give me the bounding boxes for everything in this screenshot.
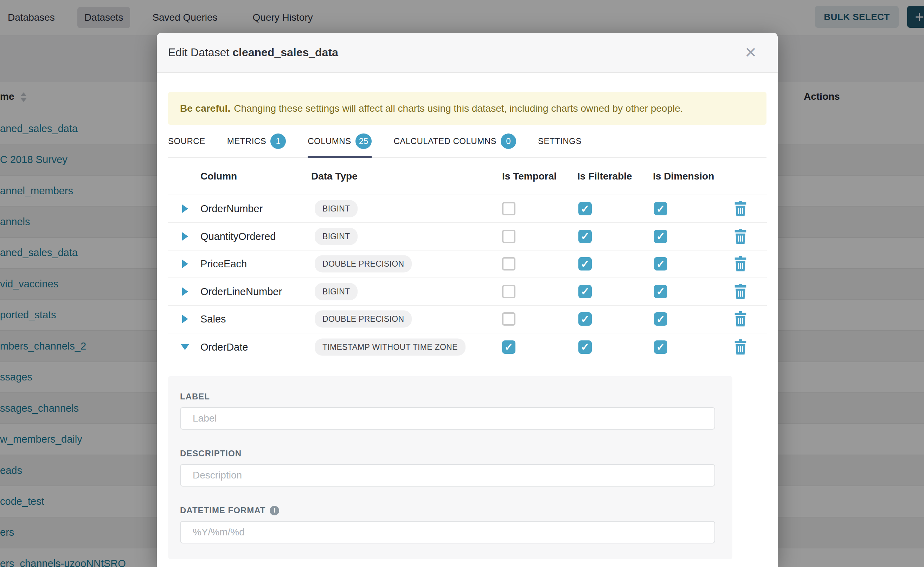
datetime-format-input[interactable] xyxy=(180,521,715,543)
is-temporal-checkbox[interactable] xyxy=(502,230,515,243)
tab-label: COLUMNS xyxy=(308,136,351,146)
data-type-pill: BIGINT xyxy=(315,228,358,245)
table-row: Sales DOUBLE PRECISION ✓ ✓ xyxy=(168,306,767,333)
header-data-type: Data Type xyxy=(311,171,358,182)
tab[interactable]: CALCULATED COLUMNS 0 xyxy=(393,125,516,158)
table-row: QuantityOrdered BIGINT ✓ ✓ xyxy=(168,223,767,251)
modal-header: Edit Dataset cleaned_sales_data ✕ xyxy=(157,33,778,73)
expand-caret-icon[interactable] xyxy=(182,287,188,296)
is-temporal-checkbox[interactable] xyxy=(502,285,515,298)
column-name: OrderNumber xyxy=(200,203,263,214)
description-field-label: DESCRIPTION xyxy=(180,448,721,459)
modal-tabs: SOURCE METRICS 1 COLUMNS 25 CALCULATED C… xyxy=(168,125,766,158)
column-name: OrderLineNumber xyxy=(200,286,282,297)
tab[interactable]: COLUMNS 25 xyxy=(308,125,372,158)
warning-bold: Be careful. xyxy=(180,103,230,114)
delete-column-icon[interactable] xyxy=(733,256,748,272)
delete-column-icon[interactable] xyxy=(733,284,748,299)
columns-table: Column Data Type Is Temporal Is Filterab… xyxy=(168,158,767,361)
expand-caret-icon[interactable] xyxy=(182,315,188,323)
description-input[interactable] xyxy=(180,464,715,486)
data-type-pill: BIGINT xyxy=(315,200,358,218)
label-field-label-text: LABEL xyxy=(180,392,210,402)
columns-table-header: Column Data Type Is Temporal Is Filterab… xyxy=(168,158,767,195)
modal-title: Edit Dataset cleaned_sales_data xyxy=(168,46,338,59)
header-is-temporal: Is Temporal xyxy=(502,171,557,182)
table-row: OrderDate TIMESTAMP WITHOUT TIME ZONE ✓ … xyxy=(168,333,767,361)
expand-caret-icon[interactable] xyxy=(182,232,188,241)
info-icon[interactable]: i xyxy=(270,506,279,515)
table-row: PriceEach DOUBLE PRECISION ✓ ✓ xyxy=(168,250,767,278)
header-column: Column xyxy=(200,171,237,182)
tab[interactable]: SOURCE xyxy=(168,125,205,158)
tab[interactable]: METRICS 1 xyxy=(227,125,286,158)
is-filterable-checkbox[interactable]: ✓ xyxy=(578,257,592,270)
warning-text: Changing these settings will affect all … xyxy=(234,103,683,114)
data-type-pill: DOUBLE PRECISION xyxy=(315,310,412,328)
screen: Databases Datasets Saved Queries Query H… xyxy=(0,0,924,567)
is-filterable-checkbox[interactable]: ✓ xyxy=(578,230,592,243)
is-temporal-checkbox[interactable]: ✓ xyxy=(502,340,515,354)
is-filterable-checkbox[interactable]: ✓ xyxy=(578,312,592,326)
tab-count-badge: 25 xyxy=(355,134,372,149)
delete-column-icon[interactable] xyxy=(733,339,748,355)
label-input[interactable] xyxy=(180,407,715,430)
edit-dataset-modal: Edit Dataset cleaned_sales_data ✕ Be car… xyxy=(157,33,778,567)
tab-label: CALCULATED COLUMNS xyxy=(393,136,497,146)
data-type-pill: DOUBLE PRECISION xyxy=(315,255,412,273)
is-filterable-checkbox[interactable]: ✓ xyxy=(578,340,592,354)
columns-rows: OrderNumber BIGINT ✓ ✓ QuantityOrdered B… xyxy=(168,195,767,361)
label-field-label: LABEL xyxy=(180,392,721,402)
data-type-pill: BIGINT xyxy=(315,283,358,300)
modal-title-dataset-name: cleaned_sales_data xyxy=(232,46,338,58)
table-row: OrderLineNumber BIGINT ✓ ✓ xyxy=(168,278,767,306)
tab-count-badge: 1 xyxy=(270,134,286,149)
is-temporal-checkbox[interactable] xyxy=(502,312,515,326)
expand-caret-icon[interactable] xyxy=(182,204,188,213)
is-filterable-checkbox[interactable]: ✓ xyxy=(578,285,592,298)
is-dimension-checkbox[interactable]: ✓ xyxy=(654,285,667,298)
is-dimension-checkbox[interactable]: ✓ xyxy=(654,312,667,326)
delete-column-icon[interactable] xyxy=(733,229,748,244)
data-type-pill: TIMESTAMP WITHOUT TIME ZONE xyxy=(315,338,465,356)
column-name: PriceEach xyxy=(200,258,247,270)
description-field-label-text: DESCRIPTION xyxy=(180,448,242,459)
expand-caret-icon[interactable] xyxy=(181,344,189,350)
column-detail-panel: LABEL DESCRIPTION DATETIME FORMAT i xyxy=(168,376,732,559)
tab-label: SETTINGS xyxy=(538,136,582,146)
is-dimension-checkbox[interactable]: ✓ xyxy=(654,230,667,243)
tab-label: SOURCE xyxy=(168,136,205,146)
header-is-filterable: Is Filterable xyxy=(577,171,632,182)
is-dimension-checkbox[interactable]: ✓ xyxy=(654,340,667,354)
header-is-dimension: Is Dimension xyxy=(653,171,714,182)
column-name: OrderDate xyxy=(200,341,248,353)
delete-column-icon[interactable] xyxy=(733,201,748,216)
column-name: Sales xyxy=(200,314,226,325)
is-filterable-checkbox[interactable]: ✓ xyxy=(578,202,592,215)
modal-body: Be careful. Changing these settings will… xyxy=(157,92,778,559)
tab-count-badge: 0 xyxy=(501,134,516,149)
warning-banner: Be careful. Changing these settings will… xyxy=(168,92,766,125)
tab[interactable]: SETTINGS xyxy=(538,125,582,158)
expand-caret-icon[interactable] xyxy=(182,260,188,268)
is-dimension-checkbox[interactable]: ✓ xyxy=(654,202,667,215)
datetime-format-label-text: DATETIME FORMAT xyxy=(180,506,265,515)
is-temporal-checkbox[interactable] xyxy=(502,257,515,270)
modal-title-prefix: Edit Dataset xyxy=(168,46,229,58)
is-dimension-checkbox[interactable]: ✓ xyxy=(654,257,667,270)
table-row: OrderNumber BIGINT ✓ ✓ xyxy=(168,195,767,223)
close-icon[interactable]: ✕ xyxy=(740,42,761,63)
delete-column-icon[interactable] xyxy=(733,311,748,327)
datetime-format-field-label: DATETIME FORMAT i xyxy=(180,506,721,515)
is-temporal-checkbox[interactable] xyxy=(502,202,515,215)
column-name: QuantityOrdered xyxy=(200,231,275,242)
tab-label: METRICS xyxy=(227,136,266,146)
